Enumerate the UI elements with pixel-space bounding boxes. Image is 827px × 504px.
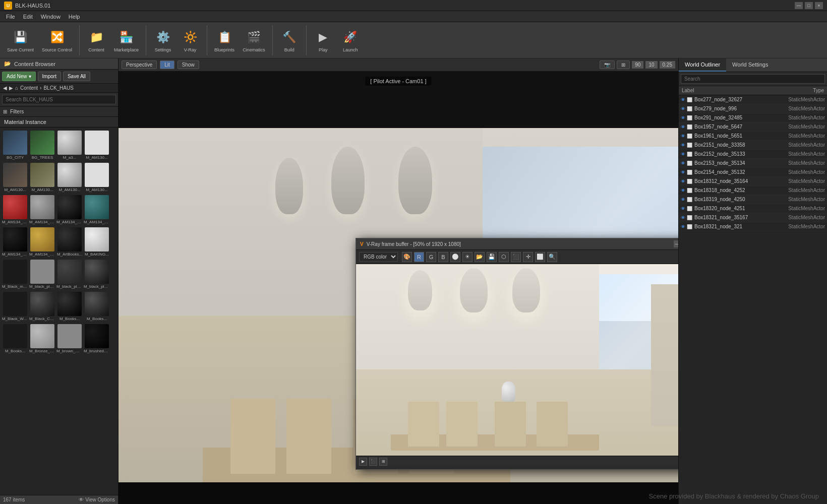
vray-move-btn[interactable]: ✛	[523, 252, 533, 262]
import-button[interactable]: Import	[38, 72, 61, 81]
settings-button[interactable]: ⚙️ Settings	[150, 26, 175, 54]
vray-save-btn[interactable]: 💾	[487, 252, 497, 262]
world-outliner-tab[interactable]: World Outliner	[679, 58, 726, 72]
asset-item[interactable]: M_Books...	[56, 291, 83, 322]
table-row[interactable]: 👁 ⬜ Box2153_node_35134 StaticMeshActor	[679, 159, 827, 168]
table-row[interactable]: 👁 ⬜ Box291_node_32485 StaticMeshActor	[679, 113, 827, 122]
table-row[interactable]: 👁 ⬜ Box2154_node_35132 StaticMeshActor	[679, 168, 827, 177]
table-row[interactable]: 👁 ⬜ Box1957_node_5647 StaticMeshActor	[679, 122, 827, 132]
save-current-button[interactable]: 💾 Save Current	[4, 26, 37, 54]
menu-file[interactable]: File	[2, 13, 19, 21]
world-settings-tab[interactable]: World Settings	[726, 58, 774, 72]
asset-item[interactable]: M_black_plastic_mtl...	[56, 259, 83, 290]
asset-item[interactable]: M_black_plastic_mtl...	[29, 259, 55, 290]
asset-item[interactable]: M_ArtBooks...	[56, 226, 83, 258]
table-row[interactable]: 👁 ⬜ Box18321_node_35167 StaticMeshActor	[679, 213, 827, 222]
asset-item[interactable]: M_a3...	[56, 130, 83, 161]
eye-icon: 👁	[681, 115, 685, 120]
vray-status-btn-1[interactable]: ▶	[359, 458, 367, 466]
view-options-button[interactable]: 👁 View Options	[79, 497, 115, 502]
vray-minimize-button[interactable]: —	[674, 240, 678, 247]
asset-item[interactable]: M_black_plastic_mtl...	[84, 259, 110, 290]
source-control-button[interactable]: 🔀 Source Control	[39, 26, 75, 54]
menu-help[interactable]: Help	[65, 13, 84, 21]
table-row[interactable]: 👁 ⬜ Box1961_node_5651 StaticMeshActor	[679, 132, 827, 141]
asset-item[interactable]: M_AM134_36...	[2, 226, 28, 258]
asset-item[interactable]: M_AM130...	[29, 162, 55, 193]
vray-exposure-btn[interactable]: ☀	[462, 252, 472, 262]
vray-status-btn-2[interactable]: ⬛	[369, 458, 377, 466]
maximize-button[interactable]: □	[805, 2, 813, 9]
asset-item[interactable]: M_brushed_plastic_mtl...	[84, 323, 110, 354]
vray-region-btn[interactable]: ⬡	[499, 252, 509, 262]
menu-edit[interactable]: Edit	[19, 13, 37, 21]
asset-item[interactable]: BG_TREES	[29, 130, 55, 161]
row-name: Box2151_node_33358	[694, 142, 764, 148]
forward-icon[interactable]: ▶	[9, 85, 13, 91]
vray-status-btn-3[interactable]: ⊞	[379, 458, 387, 466]
table-row[interactable]: 👁 ⬜ Box2152_node_35133 StaticMeshActor	[679, 150, 827, 159]
asset-item[interactable]: M_AM130...	[2, 162, 28, 193]
asset-item[interactable]: M_AM130...	[56, 162, 83, 193]
asset-item[interactable]: M_AM134_38...	[84, 194, 110, 225]
vray-lens-btn[interactable]: 🔍	[547, 252, 557, 262]
table-row[interactable]: 👁 ⬜ Box279_node_996 StaticMeshActor	[679, 104, 827, 113]
asset-item[interactable]: M_Black_mttl...	[2, 259, 28, 290]
asset-item[interactable]: M_BAKING...	[84, 226, 110, 258]
launch-button[interactable]: 🚀 Launch	[338, 26, 363, 54]
table-row[interactable]: 👁 ⬜ Box18318_node_4252 StaticMeshActor	[679, 186, 827, 195]
vray-folder-btn[interactable]: 📂	[475, 252, 485, 262]
outliner-search-input[interactable]	[681, 74, 825, 84]
asset-item[interactable]: M_AM130...	[84, 130, 110, 161]
play-button[interactable]: ▶ Play	[311, 26, 336, 54]
add-new-button[interactable]: Add New ▾	[2, 72, 36, 81]
perspective-button[interactable]: Perspective	[122, 60, 157, 69]
vray-g-btn[interactable]: G	[426, 252, 436, 262]
vray-r-btn[interactable]: R	[414, 252, 424, 262]
back-icon[interactable]: ◀	[3, 85, 7, 91]
table-row[interactable]: 👁 ⬜ Box2151_node_33358 StaticMeshActor	[679, 141, 827, 150]
asset-item[interactable]: BG_CITY	[2, 130, 28, 161]
home-icon[interactable]: ⌂	[15, 85, 18, 91]
asset-item[interactable]: M_AM134_36...	[29, 226, 55, 258]
close-button[interactable]: ×	[815, 2, 823, 9]
asset-item[interactable]: M_Books...	[2, 323, 28, 354]
menu-window[interactable]: Window	[37, 13, 65, 21]
asset-item[interactable]: M_AM134_24...	[2, 194, 28, 225]
asset-item[interactable]: M_brown_mtl...	[56, 323, 83, 354]
vray-stop-btn[interactable]: ⬛	[511, 252, 521, 262]
asset-item[interactable]: M_Bronze_mtl...	[29, 323, 55, 354]
build-button[interactable]: 🔨 Build	[277, 26, 302, 54]
asset-item[interactable]: M_AM134_38...	[56, 194, 83, 225]
vray-color-btn[interactable]: 🎨	[402, 252, 412, 262]
asset-item[interactable]: M_Books...	[84, 291, 110, 322]
filters-label[interactable]: Filters	[10, 109, 24, 114]
grid-btn[interactable]: ⊞	[617, 60, 630, 69]
show-button[interactable]: Show	[178, 60, 199, 69]
table-row[interactable]: 👁 ⬜ Box277_node_32627 StaticMeshActor	[679, 95, 827, 104]
camera-icon-btn[interactable]: 📷	[600, 60, 615, 69]
vray-compare-btn[interactable]: ⬜	[535, 252, 545, 262]
search-input[interactable]	[2, 95, 116, 104]
cinematics-button[interactable]: 🎬 Cinematics	[240, 26, 268, 54]
vray-button[interactable]: 🔆 V-Ray	[178, 26, 203, 54]
asset-item[interactable]: M_Black_Ceramic...	[29, 291, 55, 322]
viewport-area[interactable]: [ Pilot Active - Cam01 ]	[119, 72, 678, 504]
vray-sphere-btn[interactable]: ⚪	[450, 252, 460, 262]
asset-item[interactable]: M_AM130...	[84, 162, 110, 193]
vray-b-btn[interactable]: B	[438, 252, 448, 262]
content-button[interactable]: 📁 Content	[84, 26, 109, 54]
marketplace-button[interactable]: 🏪 Marketplace	[111, 26, 142, 54]
lit-button[interactable]: Lit	[160, 60, 174, 69]
rgb-color-select[interactable]: RGB color	[359, 252, 398, 262]
minimize-button[interactable]: —	[795, 2, 803, 9]
blueprints-button[interactable]: 📋 Blueprints	[211, 26, 238, 54]
table-row[interactable]: 👁 ⬜ Box18320_node_4251 StaticMeshActor	[679, 204, 827, 213]
mesh-icon: ⬜	[687, 124, 692, 130]
asset-item[interactable]: M_AM134_35...	[29, 194, 55, 225]
save-all-button[interactable]: Save All	[63, 72, 90, 81]
asset-item[interactable]: M_Black_Wood...	[2, 291, 28, 322]
table-row[interactable]: 👁 ⬜ Box18321_node_321 StaticMeshActor	[679, 222, 827, 231]
table-row[interactable]: 👁 ⬜ Box18312_node_35164 StaticMeshActor	[679, 177, 827, 186]
table-row[interactable]: 👁 ⬜ Box18319_node_4250 StaticMeshActor	[679, 195, 827, 204]
